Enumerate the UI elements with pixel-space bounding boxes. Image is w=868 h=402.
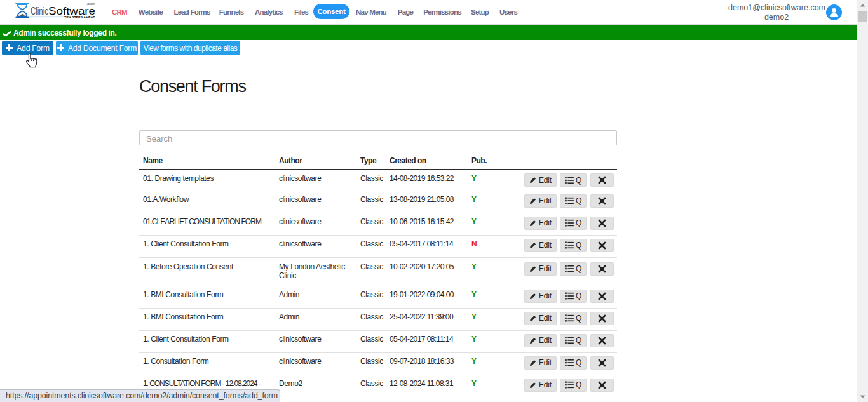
svg-text:.com: .com <box>86 2 95 6</box>
svg-text:TEN STEPS AHEAD: TEN STEPS AHEAD <box>64 15 95 19</box>
svg-text:Clinic: Clinic <box>31 5 48 17</box>
